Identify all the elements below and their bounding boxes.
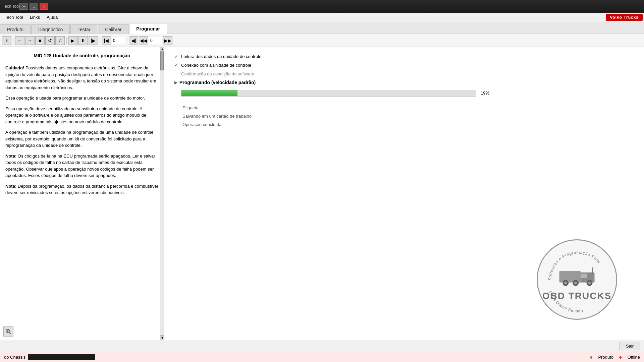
first-button[interactable]: |◀ [102, 36, 111, 45]
step-4: ▶ Programando (velocidade padrão) [174, 80, 634, 85]
bold-nota1: Nota: [5, 154, 16, 159]
left-panel: MID 128 Unidade de controle, programação… [0, 47, 164, 340]
refresh-button[interactable]: ↺ [45, 36, 55, 45]
menubar: Tech Tool Links Ajuda Volvo Trucks [0, 13, 644, 22]
panel-heading: MID 128 Unidade de controle, programação [5, 52, 159, 59]
menu-tech-tool[interactable]: Tech Tool [1, 13, 26, 21]
obd-circle: Softwares e Programação Para Linha Diese… [537, 239, 617, 320]
progress-row: 19% [181, 88, 634, 101]
para-cuidado: Cuidado! Possíveis danos aos componentes… [5, 65, 159, 91]
text-cuidado: Possíveis danos aos componentes eletrôni… [5, 65, 156, 90]
check-icon-1: ✓ [174, 54, 178, 59]
check-icon-2: ✓ [174, 62, 178, 68]
tab-programar[interactable]: Programar [129, 24, 167, 34]
fast-back-button[interactable]: ▶▶ [163, 36, 172, 45]
stop-button[interactable]: ■ [35, 36, 45, 45]
step-forward-button[interactable]: ▶| [68, 36, 78, 45]
pause-button[interactable]: ⏸ [78, 36, 88, 45]
chassis-bar: do Chassis ● Produto ● Offline [0, 352, 644, 362]
toolbar: ℹ ← → ■ ↺ ✓ ▶| ⏸ |▶ |◀ ◀| ◀◀ ▶▶ [0, 34, 644, 47]
page-input-2[interactable] [149, 37, 162, 44]
para-operacao1: Essa operação é usada para programar a u… [5, 95, 159, 102]
svg-text:Softwares e Programação Para: Softwares e Programação Para [547, 250, 601, 281]
zoom-icon [5, 328, 11, 335]
step-1: ✓ Leitura dos dados da unidade de contro… [174, 54, 634, 59]
tab-testar[interactable]: Testar [70, 24, 97, 34]
step-4-label: Programando (velocidade padrão) [179, 80, 256, 85]
scroll-thumb[interactable] [160, 50, 164, 70]
arc-text-svg: Softwares e Programação Para Linha Diese… [541, 244, 615, 317]
step-3-label: Confirmação da condição do software [181, 71, 254, 76]
pending-step-1: Etiqueta [182, 105, 634, 110]
toolbar-sep-1 [13, 37, 13, 44]
close-button[interactable]: ✕ [40, 3, 48, 10]
step-1-label: Leitura dos dados da unidade de controle [181, 54, 261, 59]
tab-calibrar[interactable]: Calibrar [98, 24, 128, 34]
check-button[interactable]: ✓ [55, 36, 65, 45]
step-2-label: Conexão com a unidade de controle [181, 63, 251, 68]
left-content: MID 128 Unidade de controle, programação… [0, 47, 164, 323]
right-panel: ✓ Leitura dos dados da unidade de contro… [164, 47, 644, 340]
step-back-button[interactable]: |▶ [89, 36, 98, 45]
chassis-label: do Chassis [4, 355, 25, 360]
fast-forward-button[interactable]: ◀◀ [139, 36, 148, 45]
restore-button[interactable]: □ [30, 3, 38, 10]
produto-label: Produto [598, 355, 613, 360]
para-operacao3: A operação é também utilizada na program… [5, 129, 159, 149]
tab-diagnostico[interactable]: Diagnóstico [31, 24, 70, 34]
pending-step-3: Operação concluída [182, 122, 634, 127]
page-input-1[interactable] [112, 37, 125, 44]
chassis-value [28, 354, 95, 360]
zoom-button[interactable] [3, 326, 13, 337]
titlebar: Tech Tool ─ □ ✕ [0, 0, 644, 13]
arrow-icon: ▶ [174, 80, 177, 85]
step-2: ✓ Conexão com a unidade de controle [174, 62, 634, 68]
toolbar-sep-3 [100, 37, 100, 44]
produto-status-dot: ● [590, 354, 593, 360]
volvo-trucks-badge: Volvo Trucks [606, 14, 643, 21]
progress-percent: 19% [481, 90, 489, 96]
step-3: ✓ Confirmação da condição do software [174, 71, 634, 76]
bold-cuidado: Cuidado! [5, 65, 24, 70]
nav-tabs: Produto Diagnóstico Testar Calibrar Prog… [0, 22, 644, 34]
back-button[interactable]: ← [15, 36, 24, 45]
svg-text:Linha Diesel Pesado: Linha Diesel Pesado [548, 290, 584, 313]
forward-button[interactable]: → [25, 36, 35, 45]
sair-button[interactable]: Sair [620, 342, 640, 350]
toolbar-sep-2 [66, 37, 67, 44]
bottom-bar: Sair [0, 340, 644, 352]
info-button[interactable]: ℹ [2, 36, 11, 45]
para-nota1: Nota: Os códigos de falha na ECU program… [5, 153, 159, 179]
minimize-button[interactable]: ─ [19, 3, 28, 10]
progress-bar [181, 90, 237, 96]
bold-nota2: Nota: [5, 184, 16, 189]
pending-step-2: Salvando em um cartão de trabalho [182, 114, 634, 119]
menu-links[interactable]: Links [26, 13, 43, 21]
menu-ajuda[interactable]: Ajuda [43, 13, 61, 21]
window-controls: ─ □ ✕ [19, 3, 48, 10]
left-scrollbar[interactable]: ▲ ▼ [160, 47, 164, 340]
scroll-up-arrow[interactable]: ▲ [160, 47, 164, 52]
para-operacao2: Essa operação deve ser utilizada ao subs… [5, 106, 159, 125]
status-right: ● Produto ● Offline [590, 354, 640, 360]
offline-label: Offline [628, 355, 640, 360]
scroll-down-arrow[interactable]: ▼ [160, 335, 164, 340]
toolbar-sep-4 [127, 37, 127, 44]
title-text: Tech Tool [3, 4, 19, 9]
para-nota2: Nota: Depois da programação, os dados da… [5, 183, 159, 196]
tab-produto[interactable]: Produto [0, 24, 31, 34]
last-button[interactable]: ◀| [129, 36, 138, 45]
progress-container: 19% [181, 90, 476, 97]
obd-trucks-logo: Softwares e Programação Para Linha Diese… [537, 239, 617, 320]
svg-line-1 [9, 332, 11, 334]
offline-status-dot: ● [619, 354, 622, 360]
spacer-3: ✓ [174, 71, 178, 76]
main-content: MID 128 Unidade de controle, programação… [0, 47, 644, 340]
